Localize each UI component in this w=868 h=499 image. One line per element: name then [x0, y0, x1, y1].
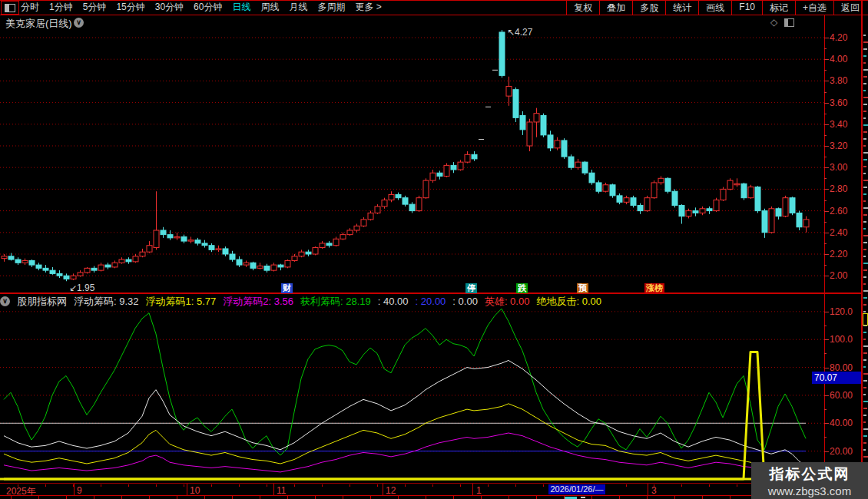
tool-menu-item-2[interactable]: 多股 — [633, 0, 665, 15]
candle[interactable] — [465, 154, 470, 162]
candle[interactable] — [306, 252, 311, 254]
candle[interactable] — [513, 90, 518, 118]
candle[interactable] — [147, 246, 152, 252]
menu-item-9[interactable]: 多周期 — [317, 1, 345, 14]
candle[interactable] — [257, 266, 263, 269]
candle[interactable] — [610, 185, 615, 196]
menu-item-3[interactable]: 15分钟 — [116, 1, 144, 14]
candle[interactable] — [126, 259, 131, 262]
candle[interactable] — [78, 273, 83, 276]
candle[interactable] — [140, 252, 145, 256]
candle[interactable] — [555, 140, 560, 148]
candle[interactable] — [721, 189, 726, 200]
candle[interactable] — [22, 260, 28, 263]
candle[interactable] — [714, 200, 719, 211]
menu-item-5[interactable]: 60分钟 — [194, 1, 222, 14]
candle[interactable] — [506, 86, 512, 96]
candle[interactable] — [672, 191, 678, 205]
candle[interactable] — [644, 198, 650, 211]
diamond-icon[interactable]: ◇ — [770, 17, 777, 28]
candle[interactable] — [2, 256, 7, 259]
candle[interactable] — [299, 252, 304, 256]
menu-item-1[interactable]: 1分钟 — [49, 1, 73, 14]
split-view-icon[interactable] — [784, 18, 794, 27]
market-badge-1[interactable]: 停 — [465, 283, 477, 293]
candle[interactable] — [64, 276, 69, 279]
tool-menu-item-4[interactable]: 画线 — [699, 0, 731, 15]
candle[interactable] — [292, 256, 297, 261]
candle[interactable] — [174, 236, 180, 237]
tool-menu-item-6[interactable]: 标记 — [763, 0, 795, 15]
tool-menu-item-5[interactable]: F10 — [732, 0, 762, 15]
candle[interactable] — [430, 173, 436, 180]
candle[interactable] — [354, 226, 359, 230]
candle[interactable] — [499, 32, 505, 75]
candle[interactable] — [271, 265, 277, 270]
candle[interactable] — [84, 268, 90, 273]
candle[interactable] — [776, 209, 781, 216]
candle[interactable] — [223, 249, 228, 254]
candle[interactable] — [568, 157, 574, 167]
candle[interactable] — [244, 263, 249, 265]
candle[interactable] — [340, 235, 346, 240]
candle[interactable] — [133, 256, 138, 262]
candle[interactable] — [112, 263, 118, 267]
candle[interactable] — [347, 230, 353, 235]
candle[interactable] — [679, 206, 684, 216]
candle[interactable] — [181, 236, 187, 241]
candle[interactable] — [409, 204, 415, 210]
candle[interactable] — [575, 162, 581, 167]
candle[interactable] — [686, 211, 691, 216]
candle[interactable] — [98, 265, 104, 270]
candle[interactable] — [50, 270, 55, 273]
candle[interactable] — [541, 116, 546, 135]
indicator-chevron-down-icon[interactable]: ∨ — [0, 296, 10, 306]
main-price-chart[interactable] — [0, 29, 824, 292]
candle[interactable] — [651, 183, 657, 198]
candle[interactable] — [658, 178, 664, 183]
title-chevron-down-icon[interactable]: ∨ — [74, 18, 84, 28]
candle[interactable] — [285, 260, 290, 266]
menu-item-8[interactable]: 月线 — [289, 1, 307, 14]
candle[interactable] — [437, 173, 442, 176]
candle[interactable] — [167, 235, 173, 238]
candle[interactable] — [105, 265, 111, 267]
menu-item-0[interactable]: 分时 — [21, 1, 39, 14]
candle[interactable] — [665, 178, 671, 191]
candle[interactable] — [375, 207, 380, 213]
layout-toggle-icon[interactable] — [1, 1, 19, 15]
candle[interactable] — [403, 198, 408, 204]
candle[interactable] — [520, 116, 525, 130]
candle[interactable] — [416, 198, 422, 211]
candle[interactable] — [707, 209, 712, 211]
candle[interactable] — [389, 194, 394, 200]
candle[interactable] — [188, 240, 194, 241]
candle[interactable] — [762, 211, 767, 233]
candle[interactable] — [755, 187, 760, 211]
candle[interactable] — [195, 240, 200, 243]
candle[interactable] — [582, 162, 588, 173]
candle[interactable] — [472, 154, 477, 159]
candle[interactable] — [444, 165, 449, 176]
candle[interactable] — [8, 256, 14, 259]
candle[interactable] — [368, 213, 373, 219]
tool-menu-item-1[interactable]: 叠加 — [600, 0, 632, 15]
candle[interactable] — [596, 183, 601, 191]
tool-menu-item-8[interactable]: 返回 — [834, 0, 866, 15]
candle[interactable] — [790, 198, 795, 213]
candle[interactable] — [451, 165, 456, 170]
candle[interactable] — [693, 211, 698, 213]
candle[interactable] — [43, 268, 48, 270]
candle[interactable] — [36, 265, 41, 268]
candle[interactable] — [313, 248, 318, 254]
candle[interactable] — [534, 114, 539, 122]
candle[interactable] — [624, 198, 629, 203]
tool-menu-item-7[interactable]: +自选 — [796, 0, 833, 15]
candle[interactable] — [71, 276, 76, 279]
candle[interactable] — [803, 220, 809, 227]
indicator-chart[interactable] — [0, 308, 824, 483]
candle[interactable] — [250, 263, 256, 268]
candle[interactable] — [202, 243, 207, 246]
candle[interactable] — [320, 243, 325, 248]
market-badge-4[interactable]: 涨榜 — [644, 283, 664, 293]
